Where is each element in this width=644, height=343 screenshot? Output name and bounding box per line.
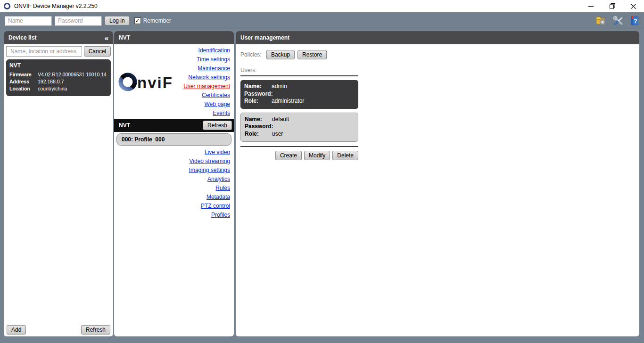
password-label: Password: xyxy=(244,90,272,98)
cancel-search-button[interactable]: Cancel xyxy=(84,46,111,57)
user-row-admin[interactable]: Name: admin Password: Role: administrato… xyxy=(240,80,358,109)
password-input[interactable] xyxy=(55,16,102,26)
refresh-profiles-button[interactable]: Refresh xyxy=(203,121,232,130)
role-value: administrator xyxy=(272,98,355,105)
role-label: Role: xyxy=(244,98,272,105)
password-value xyxy=(272,90,355,98)
device-search-input[interactable] xyxy=(6,46,82,57)
create-user-button[interactable]: Create xyxy=(275,151,302,160)
device-section-links: Identification Time settings Maintenance… xyxy=(183,46,230,117)
add-device-button[interactable]: Add xyxy=(7,325,26,335)
remember-checkbox[interactable]: ✓ xyxy=(134,17,141,24)
location-value: country/china xyxy=(38,85,107,92)
name-value: default xyxy=(272,116,354,123)
link-identification[interactable]: Identification xyxy=(198,46,230,55)
policies-label: Policies: xyxy=(240,51,264,58)
minimize-button[interactable] xyxy=(580,0,602,12)
link-rules[interactable]: Rules xyxy=(215,184,230,193)
link-metadata[interactable]: Metadata xyxy=(206,193,230,202)
minimize-icon xyxy=(588,4,594,9)
delete-user-button[interactable]: Delete xyxy=(332,151,358,160)
name-input[interactable] xyxy=(5,16,52,26)
firmware-label: Firmware xyxy=(9,71,38,78)
title-bar: ONVIF Device Manager v2.2.250 xyxy=(0,0,644,12)
device-name: NVT xyxy=(9,62,107,69)
login-toolbar: Log in ✓ Remember ? xyxy=(0,12,644,29)
device-list-panel: Device list « Cancel NVT Firmware V4.02.… xyxy=(4,31,113,336)
users-label: Users: xyxy=(240,67,358,74)
location-label: Location xyxy=(9,85,38,92)
main-area: Device list « Cancel NVT Firmware V4.02.… xyxy=(0,29,644,343)
restore-icon xyxy=(610,3,615,9)
svg-text:?: ? xyxy=(634,18,637,24)
refresh-devices-button[interactable]: Refresh xyxy=(81,325,110,335)
firmware-value: V4.02.R12.00006531.10010.14 xyxy=(38,71,107,78)
device-list-title: Device list xyxy=(8,34,36,41)
onvif-logo: nviF xyxy=(118,46,183,117)
profile-section-links: Live video Video streaming Imaging setti… xyxy=(114,147,234,220)
device-list-item-nvt[interactable]: NVT Firmware V4.02.R12.00006531.10010.14… xyxy=(6,59,111,96)
link-maintenance[interactable]: Maintenance xyxy=(198,64,230,73)
link-live-video[interactable]: Live video xyxy=(205,148,230,157)
close-icon xyxy=(631,4,636,9)
link-imaging-settings[interactable]: Imaging settings xyxy=(189,166,230,175)
restore-button[interactable] xyxy=(602,0,623,12)
nvt-panel-title: NVT xyxy=(119,34,130,41)
address-value: 192.168.0.7 xyxy=(38,78,107,85)
name-label: Name: xyxy=(244,83,272,90)
help-icon[interactable]: ? xyxy=(630,16,639,25)
app-logo-icon xyxy=(4,3,10,9)
nvt-panel: NVT nviF Ident xyxy=(114,31,234,336)
user-management-title: User management xyxy=(240,34,289,41)
close-button[interactable] xyxy=(623,0,644,12)
link-events[interactable]: Events xyxy=(213,109,230,118)
role-label: Role: xyxy=(245,131,272,138)
link-profiles[interactable]: Profiles xyxy=(211,211,230,220)
login-button[interactable]: Log in xyxy=(105,16,130,25)
user-row-default[interactable]: Name: default Password: Role: user xyxy=(240,113,358,142)
link-user-management[interactable]: User management xyxy=(183,82,230,91)
link-certificates[interactable]: Certificates xyxy=(202,91,230,100)
nvt-sub-title: NVT xyxy=(119,122,130,129)
name-label: Name: xyxy=(245,116,272,123)
link-time-settings[interactable]: Time settings xyxy=(197,55,230,64)
tools-icon[interactable] xyxy=(613,16,624,25)
profile-item[interactable]: 000: Profile_000 xyxy=(116,133,231,146)
backup-button[interactable]: Backup xyxy=(266,50,295,59)
divider xyxy=(240,146,358,147)
address-label: Address xyxy=(9,78,38,85)
password-label: Password: xyxy=(245,123,272,131)
password-value xyxy=(272,123,354,131)
onvif-logo-text: nviF xyxy=(137,74,173,91)
user-management-panel: User management Policies: Backup Restore… xyxy=(236,31,639,336)
link-network-settings[interactable]: Network settings xyxy=(188,73,230,82)
link-web-page[interactable]: Web page xyxy=(205,100,231,109)
device-list: NVT Firmware V4.02.R12.00006531.10010.14… xyxy=(4,58,113,323)
modify-user-button[interactable]: Modify xyxy=(304,151,330,160)
window-title: ONVIF Device Manager v2.2.250 xyxy=(14,3,580,9)
link-video-streaming[interactable]: Video streaming xyxy=(190,157,231,166)
link-ptz-control[interactable]: PTZ control xyxy=(201,202,230,211)
divider xyxy=(240,75,358,76)
name-value: admin xyxy=(272,83,355,90)
manage-settings-icon[interactable] xyxy=(596,16,607,25)
collapse-panel-icon[interactable]: « xyxy=(105,34,108,42)
remember-label: Remember xyxy=(143,17,171,24)
role-value: user xyxy=(272,131,354,138)
restore-button[interactable]: Restore xyxy=(297,50,327,59)
link-analytics[interactable]: Analytics xyxy=(207,175,230,184)
